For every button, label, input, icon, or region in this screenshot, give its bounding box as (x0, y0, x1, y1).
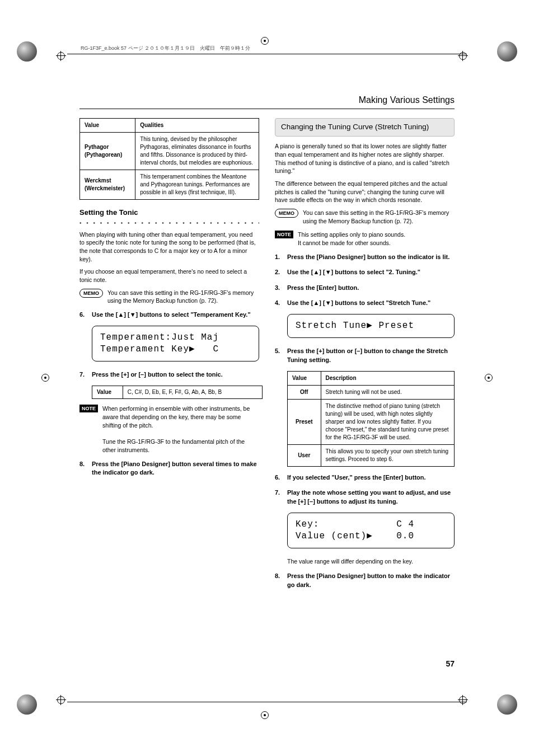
page-body: Making Various Settings Value Qualities … (79, 94, 455, 662)
memo-badge: MEMO (79, 289, 103, 298)
cell-d: The distinctive method of piano tuning (… (321, 399, 454, 444)
memo-text: You can save this setting in the RG-1F/R… (107, 289, 259, 305)
header-rule (79, 109, 455, 109)
lcd-stretch: Stretch Tune▶ Preset (296, 321, 414, 331)
stretch-p1: A piano is generally tuned so that its l… (275, 142, 455, 175)
right-column: Changing the Tuning Curve (Stretch Tunin… (275, 118, 455, 596)
crop-target-icon (56, 51, 66, 61)
print-top-line (67, 54, 467, 54)
step-8r: Press the [Piano Designer] button to mak… (287, 572, 455, 589)
lcd-line2: Temperament Key▶ C (100, 344, 219, 354)
table-row: UserThis allows you to specify your own … (288, 444, 455, 466)
cell-value: Werckmst (Werckmeister) (80, 170, 135, 200)
th-qualities: Qualities (135, 119, 259, 133)
step-1: Press the [Piano Designer] button so the… (287, 253, 455, 261)
step-num: 2. (275, 268, 283, 276)
tonic-value-table: Value C, C#, D, Eb, E, F, F#, G, Ab, A, … (92, 386, 263, 399)
step-num: 7. (79, 370, 87, 379)
cell-qual: This temperament combines the Meantone a… (135, 170, 259, 200)
tuning-qualities-table: Value Qualities Pythagor (Pythagorean) T… (79, 118, 259, 200)
table-row: OffStretch tuning will not be used. (288, 385, 455, 399)
print-bottom-line (67, 702, 467, 702)
note-b: It cannot be made for other sounds. (298, 240, 391, 246)
th-value: Value (288, 371, 321, 385)
step-num: 3. (275, 284, 283, 292)
cell-v: Preset (288, 399, 321, 444)
tonic-p1: When playing with tuning other than equa… (79, 231, 259, 264)
val-td: C, C#, D, Eb, E, F, F#, G, Ab, A, Bb, B (123, 386, 262, 399)
crop-target-icon (458, 51, 468, 61)
step-7r: Play the note whose setting you want to … (287, 489, 455, 506)
reg-mark-icon (17, 694, 37, 715)
step-num: 6. (275, 473, 283, 482)
step-num: 6. (79, 311, 87, 319)
memo-badge: MEMO (275, 209, 298, 218)
step-8: Press the [Piano Designer] button severa… (92, 460, 259, 477)
reg-dot-icon (41, 374, 49, 382)
cell-v: User (288, 444, 321, 466)
lcd2a: Key: C 4 (296, 519, 414, 529)
cell-qual: This tuning, devised by the philosopher … (135, 133, 259, 170)
note-text: This setting applies only to piano sound… (298, 231, 455, 247)
crop-target-icon (458, 695, 468, 705)
lcd2b: Value (cent)▶ 0.0 (296, 531, 414, 541)
left-column: Value Qualities Pythagor (Pythagorean) T… (79, 118, 259, 596)
stretch-section-heading: Changing the Tuning Curve (Stretch Tunin… (275, 118, 455, 137)
print-header: RG-1F3F_e.book 57 ページ ２０１０年１月１９日 火曜日 午前９… (78, 45, 252, 52)
note-line2: Tune the RG-1F/RG-3F to the fundamental … (102, 438, 245, 453)
range-hint: The value range will differ depending on… (287, 557, 455, 566)
step-4: Use the [▲] [▼] buttons to select "Stret… (287, 299, 455, 307)
note-text: When performing in ensemble with other i… (102, 405, 259, 454)
note-badge: NOTE (275, 231, 293, 238)
dotline: • • • • • • • • • • • • • • • • • • • • … (79, 219, 259, 227)
step-6r: If you selected "User," press the [Enter… (287, 473, 455, 482)
reg-dot-icon (261, 711, 269, 719)
step-2: Use the [▲] [▼] buttons to select "2. Tu… (287, 268, 455, 276)
reg-dot-icon (261, 37, 269, 45)
table-row: Pythagor (Pythagorean) This tuning, devi… (80, 133, 259, 170)
lcd-display: Key: C 4 Value (cent)▶ 0.0 (287, 513, 455, 548)
step-6: Use the [▲] [▼] buttons to select "Tempe… (92, 311, 259, 319)
stretch-p2: The difference between the equal tempere… (275, 180, 455, 204)
reg-mark-icon (17, 41, 37, 62)
step-num: 8. (275, 572, 283, 589)
reg-mark-icon (497, 41, 517, 62)
reg-mark-icon (497, 694, 517, 715)
step-5: Press the [+] button or [–] button to ch… (287, 347, 455, 364)
step-7: Press the [+] or [–] button to select th… (92, 370, 259, 379)
table-row: PresetThe distinctive method of piano tu… (288, 399, 455, 444)
val-th: Value (92, 386, 123, 399)
table-row: Werckmst (Werckmeister) This temperament… (80, 170, 259, 200)
cell-value: Pythagor (Pythagorean) (80, 133, 135, 170)
step-num: 8. (79, 460, 87, 477)
page-title: Making Various Settings (79, 94, 455, 106)
note-badge: NOTE (79, 405, 98, 412)
cell-d: Stretch tuning will not be used. (321, 385, 454, 399)
th-desc: Description (321, 371, 454, 385)
step-num: 5. (275, 347, 283, 364)
step-num: 1. (275, 253, 283, 261)
memo-text: You can save this setting in the RG-1F/R… (303, 209, 455, 225)
step-3: Press the [Enter] button. (287, 284, 455, 292)
step-num: 7. (275, 489, 283, 506)
th-value: Value (80, 119, 135, 133)
stretch-value-table: Value Description OffStretch tuning will… (287, 371, 455, 467)
note-a: This setting applies only to piano sound… (298, 231, 405, 238)
lcd-display: Temperament:Just Maj Temperament Key▶ C (92, 326, 259, 361)
cell-d: This allows you to specify your own stre… (321, 444, 454, 466)
note-line1: When performing in ensemble with other i… (102, 405, 250, 428)
lcd-line1: Temperament:Just Maj (100, 332, 219, 342)
step-num: 4. (275, 299, 283, 307)
reg-dot-icon (485, 374, 493, 382)
lcd-display: Stretch Tune▶ Preset (287, 314, 455, 338)
page-number: 57 (446, 659, 455, 670)
crop-target-icon (56, 695, 66, 705)
cell-v: Off (288, 385, 321, 399)
setting-tonic-heading: Setting the Tonic (79, 208, 259, 218)
tonic-p2: If you choose an equal temperament, ther… (79, 267, 259, 284)
